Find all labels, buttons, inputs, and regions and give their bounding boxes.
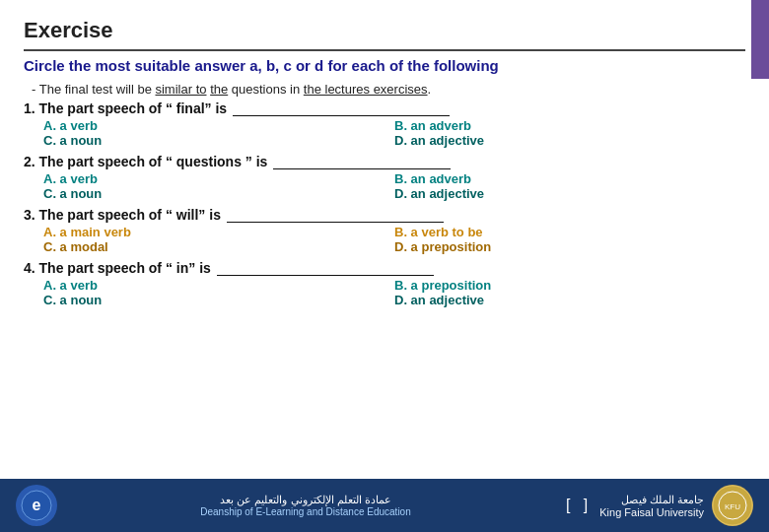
answer-4-right: B. a preposition D. an adjective xyxy=(394,278,745,307)
answer-4-left: A. a verb C. a noun xyxy=(43,278,394,307)
answer-1D: D. an adjective xyxy=(394,133,745,148)
question-3: 3. The part speech of “ will” is A. a ma… xyxy=(24,207,745,254)
footer-arabic-sub: Deanship of E-Learning and Distance Educ… xyxy=(65,506,546,517)
question-4: 4. The part speech of “ in” is A. a verb… xyxy=(24,260,745,307)
answer-2B: B. an adverb xyxy=(394,171,745,186)
answer-4C: C. a noun xyxy=(43,293,394,307)
answer-4B: B. a preposition xyxy=(394,278,745,293)
circle-instruction: Circle the most suitable answer a, b, c … xyxy=(24,57,745,74)
question-3-answers: A. a main verb C. a modal B. a verb to b… xyxy=(43,225,745,254)
question-2-text: 2. The part speech of “ questions ” is xyxy=(24,154,745,169)
content-area: Exercise Circle the most suitable answer… xyxy=(0,0,769,307)
answer-3C: C. a modal xyxy=(43,239,394,254)
page-container: Exercise Circle the most suitable answer… xyxy=(0,0,769,532)
footer-center: عمادة التعلم الإلكتروني والتعليم عن بعد … xyxy=(57,494,554,517)
footer-arabic-text: عمادة التعلم الإلكتروني والتعليم عن بعد xyxy=(65,494,546,506)
question-4-answers: A. a verb C. a noun B. a preposition D. … xyxy=(43,278,745,307)
question-1-answers: A. a verb C. a noun B. an adverb D. an a… xyxy=(43,118,745,148)
footer-brackets: [ ] xyxy=(566,497,588,514)
university-english: King Faisal University xyxy=(599,506,704,518)
answer-1B: B. an adverb xyxy=(394,118,745,133)
intro-text: - The final test will be similar to the … xyxy=(32,82,745,97)
answer-2C: C. a noun xyxy=(43,186,394,201)
answer-3-right: B. a verb to be D. a preposition xyxy=(394,225,745,254)
university-emblem: KFU xyxy=(712,485,753,526)
question-3-text: 3. The part speech of “ will” is xyxy=(24,207,745,223)
university-arabic: جامعة الملك فيصل xyxy=(599,494,704,506)
answer-2-left: A. a verb C. a noun xyxy=(43,171,394,201)
answer-1C: C. a noun xyxy=(43,133,394,148)
answer-3B: B. a verb to be xyxy=(394,225,745,239)
answer-3A: A. a main verb xyxy=(43,225,394,239)
answer-2-right: B. an adverb D. an adjective xyxy=(394,171,745,201)
svg-text:e: e xyxy=(33,497,41,513)
accent-bar xyxy=(751,0,769,79)
question-1-text: 1. The part speech of “ final” is xyxy=(24,100,745,116)
emblem-icon: KFU xyxy=(712,485,753,526)
question-1: 1. The part speech of “ final” is A. a v… xyxy=(24,100,745,148)
e-learning-icon: e xyxy=(21,490,52,521)
question-2-answers: A. a verb C. a noun B. an adverb D. an a… xyxy=(43,171,745,201)
answer-3-left: A. a main verb C. a modal xyxy=(43,225,394,254)
footer-right: جامعة الملك فيصل King Faisal University xyxy=(599,494,704,518)
footer: e عمادة التعلم الإلكتروني والتعليم عن بع… xyxy=(0,479,769,532)
answer-1A: A. a verb xyxy=(43,118,394,133)
divider xyxy=(24,49,745,51)
answer-4D: D. an adjective xyxy=(394,293,745,307)
answer-4A: A. a verb xyxy=(43,278,394,293)
answer-1-right: B. an adverb D. an adjective xyxy=(394,118,745,148)
answer-3D: D. a preposition xyxy=(394,239,745,254)
answer-2A: A. a verb xyxy=(43,171,394,186)
footer-logo: e xyxy=(16,485,57,526)
question-2: 2. The part speech of “ questions ” is A… xyxy=(24,154,745,201)
svg-text:KFU: KFU xyxy=(725,502,740,511)
question-4-text: 4. The part speech of “ in” is xyxy=(24,260,745,276)
answer-2D: D. an adjective xyxy=(394,186,745,201)
answer-1-left: A. a verb C. a noun xyxy=(43,118,394,148)
page-title: Exercise xyxy=(24,18,745,43)
